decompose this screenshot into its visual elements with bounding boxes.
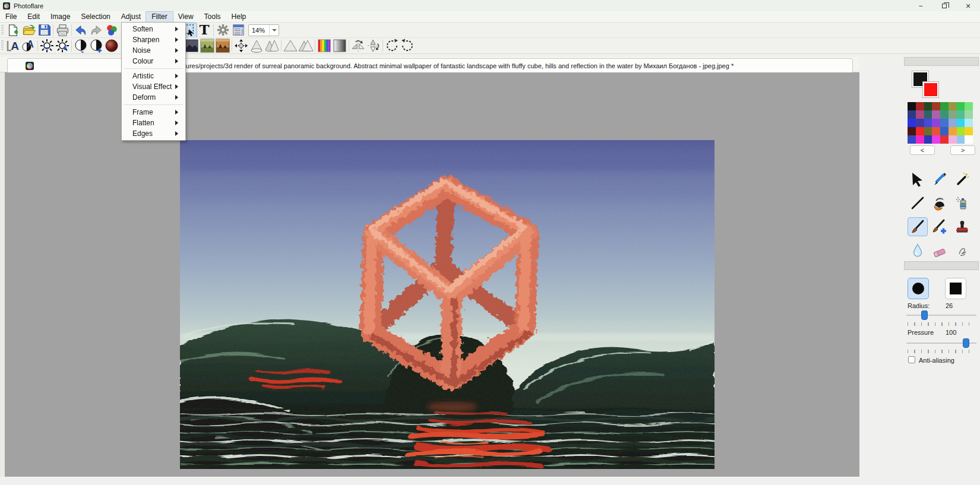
hidden-filter-icon[interactable] [184,39,200,53]
palette-color[interactable] [932,102,940,110]
palette-color[interactable] [924,135,932,144]
filter-menu-sharpen[interactable]: Sharpen [122,34,185,45]
palette-color[interactable] [957,110,965,119]
palette-dock-handle[interactable] [904,57,979,66]
chevron-down-icon[interactable] [269,25,279,36]
filter-menu-soften[interactable]: Soften [122,24,185,34]
toolbar-grip[interactable] [1,40,4,51]
palette-color[interactable] [916,102,924,110]
palette-color[interactable] [965,119,973,127]
fill-tool[interactable] [930,194,950,213]
pressure-slider-handle[interactable] [963,338,969,348]
colour-balls-icon[interactable] [104,23,119,37]
smudge-tool[interactable] [952,241,972,260]
open-file-button[interactable] [21,23,36,37]
print-button[interactable] [55,23,70,37]
menu-adjust[interactable]: Adjust [116,12,146,22]
palette-color[interactable] [957,135,965,144]
palette-color[interactable] [908,127,916,135]
new-file-button[interactable] [5,23,21,37]
cone-icon[interactable] [249,39,264,53]
settings-gear-button[interactable] [215,23,230,37]
blur-drop-tool[interactable] [908,241,928,260]
palette-color[interactable] [908,110,916,119]
palette-color[interactable] [957,119,965,127]
palette-color[interactable] [940,119,949,127]
rotate-ccw-icon[interactable] [384,39,400,53]
landscape-sepia-icon[interactable] [215,39,230,53]
palette-color[interactable] [916,110,924,119]
palette-color[interactable] [916,119,924,127]
restore-button[interactable] [932,0,956,11]
menu-help[interactable]: Help [226,12,252,22]
text-tool[interactable]: T [197,23,212,37]
brightness-plus-icon[interactable] [55,39,70,53]
filter-menu-deform[interactable]: Deform [122,92,185,103]
paintbrush-tool[interactable] [908,217,928,236]
palette-color[interactable] [932,127,940,135]
palette-color[interactable] [949,119,957,127]
palette-color[interactable] [932,135,940,144]
radius-slider[interactable] [906,310,976,321]
palette-color[interactable] [965,127,973,135]
filter-menu-edges[interactable]: Edges [122,128,185,139]
palette-color[interactable] [932,119,940,127]
palette-color[interactable] [908,102,916,110]
menu-tools[interactable]: Tools [199,12,226,22]
palette-color[interactable] [957,102,965,110]
menu-image[interactable]: Image [45,12,75,22]
filter-menu-noise[interactable]: Noise [122,45,185,56]
filter-menu-visual-effect[interactable]: Visual Effect [122,81,185,92]
landscape-green-icon[interactable] [200,39,215,53]
pressure-slider[interactable] [906,338,976,348]
palette-prev-button[interactable]: < [910,145,935,155]
triangle-icon[interactable] [283,39,298,53]
brush-dock-handle[interactable] [904,261,979,270]
undo-button[interactable] [73,23,88,37]
line-tool[interactable] [908,194,928,213]
palette-color[interactable] [908,119,916,127]
gradient-icon[interactable] [332,39,347,53]
palette-color[interactable] [916,127,924,135]
palette-color[interactable] [924,119,932,127]
radius-slider-handle[interactable] [921,310,928,320]
triangle-double-icon[interactable] [298,39,314,53]
font-colour-icon[interactable]: A [21,39,36,53]
brush-shape-circle-button[interactable] [908,278,929,299]
menu-filter[interactable]: Filter [146,12,173,22]
dropper-tool[interactable] [930,170,950,189]
close-button[interactable]: × [956,0,980,11]
filter-menu-flatten[interactable]: Flatten [122,118,185,128]
palette-color[interactable] [916,135,924,144]
background-color-swatch[interactable] [923,82,938,97]
toolbar-grip[interactable] [1,25,4,36]
menu-edit[interactable]: Edit [22,12,45,22]
antialias-checkbox[interactable] [908,356,915,363]
palette-next-button[interactable]: > [950,145,975,155]
rotate-cw-icon[interactable] [400,39,415,53]
palette-color[interactable] [908,135,916,144]
save-button[interactable] [36,23,52,37]
filter-menu-frame[interactable]: Frame [122,107,185,118]
eraser-tool[interactable] [930,241,950,260]
palette-color[interactable] [940,110,949,119]
paintbrush-advanced-tool[interactable] [930,217,950,236]
palette-color[interactable] [957,127,965,135]
magic-wand-tool[interactable] [952,170,972,189]
redo-button[interactable] [88,23,104,37]
palette-color[interactable] [949,127,957,135]
palette-color[interactable] [949,110,957,119]
palette-color[interactable] [965,135,973,144]
palette-color[interactable] [949,102,957,110]
font-size-icon[interactable]: A [5,39,21,53]
gamma-icon[interactable] [104,39,119,53]
palette-color[interactable] [940,127,949,135]
brush-shape-square-button[interactable] [945,278,966,299]
zoom-level-combo[interactable]: 14% [248,24,279,36]
spray-tool[interactable] [952,194,972,213]
menu-selection[interactable]: Selection [75,12,115,22]
minimize-button[interactable]: − [909,0,932,11]
palette-color[interactable] [940,102,949,110]
filter-menu-colour[interactable]: Colour [122,56,185,66]
pointer-tool[interactable] [908,170,928,189]
